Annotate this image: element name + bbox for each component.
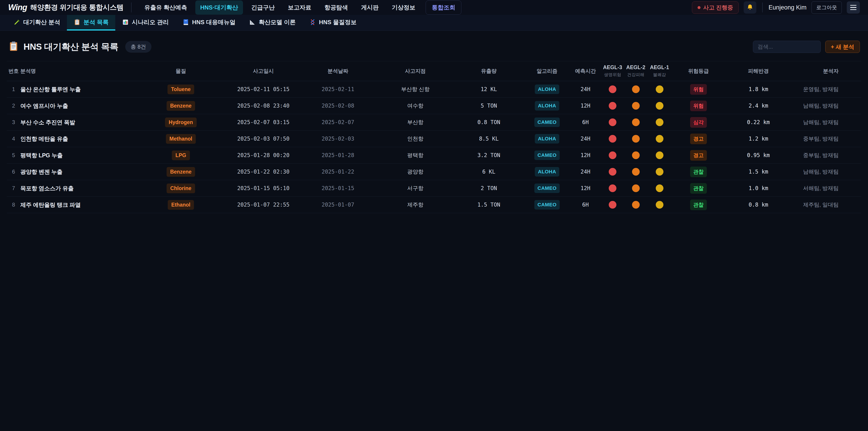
dna-icon bbox=[309, 19, 316, 26]
aegl2-indicator bbox=[624, 102, 648, 110]
nav-item[interactable]: 유출유 확산예측 bbox=[139, 0, 192, 15]
analysis-name: 인천항 메탄올 유출 bbox=[20, 135, 133, 143]
aegl3-dot-icon bbox=[609, 168, 616, 176]
substance-badge: Hydrogen bbox=[165, 118, 196, 127]
new-analysis-button[interactable]: + 새 분석 bbox=[825, 41, 860, 53]
book-icon bbox=[182, 19, 189, 26]
aegl2-indicator bbox=[624, 184, 648, 192]
substance-cell: LPG bbox=[133, 151, 228, 160]
column-header-amount: 유출량 bbox=[453, 68, 524, 74]
analysis-name: 여수 엠프시아 누출 bbox=[20, 102, 133, 110]
app-title: 해양환경 위기대응 통합시스템 bbox=[30, 3, 124, 12]
substance-badge: Toluene bbox=[167, 85, 194, 94]
aegl2-dot-icon bbox=[632, 86, 640, 93]
algorithm-cell: ALOHA bbox=[524, 101, 569, 111]
risk-badge: 경고 bbox=[690, 150, 707, 161]
bar-chart-icon bbox=[122, 19, 129, 26]
damage-radius: 1.0 km bbox=[725, 185, 791, 191]
table-row[interactable]: 4인천항 메탄올 유출Methanol2025-02-03 07:502025-… bbox=[7, 131, 861, 147]
table-row[interactable]: 2여수 엠프시아 누출Benzene2025-02-08 23:402025-0… bbox=[7, 98, 861, 114]
table-row[interactable]: 1울산 온산항 톨루엔 누출Toluene2025-02-11 05:15202… bbox=[7, 81, 861, 98]
tab[interactable]: 시나리오 관리 bbox=[115, 15, 176, 31]
nav-item[interactable]: 보고자료 bbox=[283, 0, 316, 15]
column-header-no: 번호 bbox=[7, 68, 20, 74]
substance-cell: Chlorine bbox=[133, 184, 228, 193]
ruler-icon bbox=[249, 19, 256, 26]
risk-cell: 위험 bbox=[671, 100, 725, 111]
table-row[interactable]: 3부산 수소 추진연 폭발Hydrogen2025-02-07 03:15202… bbox=[7, 114, 861, 131]
analyst: 중부팀, 방재팀 bbox=[791, 152, 861, 159]
incident-location: 인천항 bbox=[377, 135, 453, 143]
row-number: 5 bbox=[7, 152, 20, 158]
table-row[interactable]: 6광양항 벤젠 누출Benzene2025-01-22 02:302025-01… bbox=[7, 164, 861, 180]
nav-item[interactable]: 긴급구난 bbox=[246, 0, 280, 15]
nav-item[interactable]: 기상정보 bbox=[387, 0, 420, 15]
logout-button[interactable]: 로그아웃 bbox=[811, 1, 842, 14]
tab[interactable]: HNS 대응매뉴얼 bbox=[176, 15, 242, 31]
notifications-button[interactable] bbox=[744, 1, 756, 13]
risk-badge: 관찰 bbox=[690, 183, 707, 194]
analyst: 남해팀, 방재팀 bbox=[791, 119, 861, 126]
topbar-divider bbox=[131, 2, 131, 12]
analysis-name: 광양항 벤젠 누출 bbox=[20, 168, 133, 176]
nav-item[interactable]: 게시판 bbox=[356, 0, 383, 15]
table-row[interactable]: 7목포항 염소스가 유출Chlorine2025-01-15 05:102025… bbox=[7, 180, 861, 196]
algorithm-cell: CAMEO bbox=[524, 118, 569, 127]
table-row[interactable]: 8제주 에탄올링 탱크 파열Ethanol2025-01-07 22:55202… bbox=[7, 196, 861, 213]
algorithm-badge: CAMEO bbox=[534, 118, 560, 127]
aegl1-indicator bbox=[648, 168, 671, 176]
aegl2-indicator bbox=[624, 151, 648, 159]
analysis-name: 제주 에탄올링 탱크 파열 bbox=[20, 201, 133, 209]
algorithm-badge: ALOHA bbox=[535, 85, 559, 94]
tab-label: HNS 물질정보 bbox=[319, 18, 356, 26]
column-header-aegl1: AEGL-1불쾌감 bbox=[648, 64, 671, 78]
incident-datetime: 2025-02-11 05:15 bbox=[228, 86, 298, 92]
analysis-date: 2025-02-11 bbox=[298, 86, 377, 92]
nav-item[interactable]: 항공탐색 bbox=[319, 0, 353, 15]
aegl3-dot-icon bbox=[609, 184, 616, 192]
app-logo[interactable]: Wing 해양환경 위기대응 통합시스템 bbox=[8, 3, 123, 12]
column-header-name: 분석명 bbox=[20, 68, 133, 74]
row-number: 3 bbox=[7, 119, 20, 125]
aegl1-indicator bbox=[648, 151, 671, 159]
sub-tab-bar: 대기확산 분석분석 목록시나리오 관리HNS 대응매뉴얼확산모델 이론HNS 물… bbox=[0, 15, 868, 31]
aegl1-indicator bbox=[648, 86, 671, 93]
aegl3-indicator bbox=[601, 86, 624, 93]
tab[interactable]: 대기확산 분석 bbox=[7, 15, 67, 31]
tab-label: 시나리오 관리 bbox=[132, 18, 168, 26]
incident-location: 여수항 bbox=[377, 102, 453, 110]
substance-cell: Hydrogen bbox=[133, 118, 228, 127]
forecast-time: 12H bbox=[569, 102, 601, 109]
incident-location: 광양항 bbox=[377, 168, 453, 175]
tab[interactable]: 확산모델 이론 bbox=[242, 15, 303, 31]
analysis-date: 2025-01-15 bbox=[298, 185, 377, 191]
substance-cell: Methanol bbox=[133, 134, 228, 144]
hamburger-menu-icon[interactable] bbox=[847, 1, 860, 13]
clipboard-icon bbox=[74, 19, 81, 26]
risk-cell: 관찰 bbox=[671, 199, 725, 210]
nav-item[interactable]: HNS·대기확산 bbox=[195, 0, 243, 15]
algorithm-cell: ALOHA bbox=[524, 167, 569, 177]
incident-datetime: 2025-01-15 05:10 bbox=[228, 185, 298, 191]
table-row[interactable]: 5평택항 LPG 누출LPG2025-01-28 00:202025-01-28… bbox=[7, 147, 861, 164]
risk-cell: 심각 bbox=[671, 117, 725, 128]
pen-icon bbox=[13, 19, 20, 26]
tab[interactable]: HNS 물질정보 bbox=[303, 15, 363, 31]
aegl1-sublabel: 불쾌감 bbox=[648, 72, 671, 78]
incident-status-label: 사고 진행중 bbox=[703, 4, 733, 11]
risk-cell: 경고 bbox=[671, 150, 725, 161]
spill-amount: 8.5 KL bbox=[453, 135, 524, 142]
tab[interactable]: 분석 목록 bbox=[67, 15, 115, 31]
substance-badge: Methanol bbox=[166, 134, 196, 144]
damage-radius: 1.2 km bbox=[725, 135, 791, 142]
spill-amount: 5 TON bbox=[453, 102, 524, 109]
aegl3-indicator bbox=[601, 201, 624, 209]
nav-item[interactable]: 통합조회 bbox=[426, 0, 461, 15]
search-input[interactable] bbox=[753, 41, 821, 53]
analysis-table: 번호 분석명 물질 사고일시 분석날짜 사고지점 유출량 알고리즘 예측시간 A… bbox=[0, 61, 868, 213]
aegl1-dot-icon bbox=[656, 86, 663, 93]
risk-cell: 관찰 bbox=[671, 183, 725, 194]
topbar-divider bbox=[762, 2, 763, 12]
forecast-time: 12H bbox=[569, 185, 601, 191]
column-header-aegl3: AEGL-3생명위험 bbox=[601, 64, 624, 78]
